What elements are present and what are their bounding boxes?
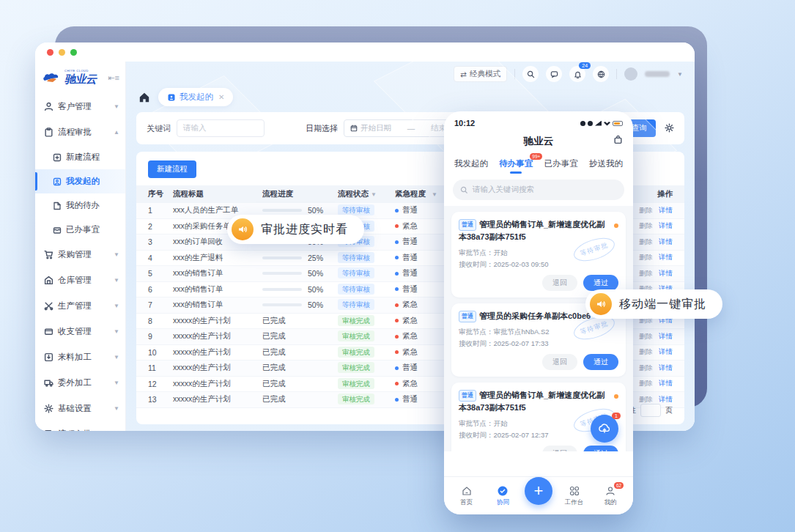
search-icon[interactable] <box>522 66 539 82</box>
sidebar-item-purchase-mgmt[interactable]: 采购管理 ▼ <box>35 242 125 267</box>
nav-workbench[interactable]: 工作台 <box>560 485 589 507</box>
delete-link[interactable]: 删除 <box>639 221 653 231</box>
detail-link[interactable]: 详情 <box>659 332 673 341</box>
sidebar-item-initiated-by-me[interactable]: 我发起的 <box>35 169 125 193</box>
sidebar-item-new-process[interactable]: 新建流程 <box>35 145 125 169</box>
home-icon[interactable] <box>138 91 151 104</box>
chevron-down-icon: ▼ <box>371 191 377 198</box>
detail-link[interactable]: 详情 <box>659 253 673 262</box>
detail-link[interactable]: 详情 <box>659 206 673 215</box>
globe-icon[interactable] <box>593 66 609 82</box>
sidebar-item-incoming-processing[interactable]: 来料加工 ▼ <box>35 344 125 370</box>
sidebar-item-outsource-processing[interactable]: 委外加工 ▼ <box>35 370 125 396</box>
delete-link[interactable]: 删除 <box>639 347 653 357</box>
user-avatar[interactable] <box>624 67 637 81</box>
detail-link[interactable]: 详情 <box>659 363 673 373</box>
nav-home[interactable]: 首页 <box>452 485 481 507</box>
sidebar-item-process-approval-2[interactable]: 流程审批 ▼ <box>35 421 125 431</box>
nav-profile[interactable]: 我的 62 <box>596 485 625 507</box>
urgency-dot <box>395 272 399 276</box>
detail-link[interactable]: 详情 <box>659 237 673 247</box>
filter-settings-gear-icon[interactable] <box>665 123 674 134</box>
approve-button[interactable]: 通过 <box>583 354 618 370</box>
sidebar-item-my-todo[interactable]: 我的待办 <box>35 193 125 218</box>
phone-tab-cc[interactable]: 抄送我的 <box>589 158 623 174</box>
nav-label: 首页 <box>460 498 473 507</box>
sidebar-item-production-mgmt[interactable]: 生产管理 ▼ <box>35 293 125 319</box>
bell-icon[interactable]: 24 <box>569 66 585 82</box>
quick-approve-fab[interactable]: 1 <box>591 415 618 443</box>
urgency-dot <box>395 335 399 339</box>
phone-search-input[interactable]: 请输入关键词搜索 <box>453 180 624 200</box>
approve-button[interactable]: 通过 <box>583 275 618 291</box>
reject-button[interactable]: 退回 <box>542 275 577 291</box>
sidebar-item-process-approval[interactable]: 流程审批 ▲ <box>35 119 125 145</box>
detail-link[interactable]: 详情 <box>659 221 673 231</box>
sidebar-collapse-icon[interactable]: ⇤≡ <box>108 73 119 83</box>
chevron-down-icon: ▼ <box>114 277 119 284</box>
message-icon[interactable] <box>546 66 562 82</box>
new-process-button[interactable]: 新建流程 <box>148 160 196 178</box>
delete-link[interactable]: 删除 <box>639 395 653 404</box>
chevron-down-icon: ▼ <box>114 251 119 258</box>
detail-link[interactable]: 详情 <box>659 347 673 357</box>
detail-link[interactable]: 详情 <box>659 269 673 278</box>
urgency-dot <box>395 319 399 322</box>
detail-link[interactable]: 详情 <box>659 395 673 404</box>
doc-plus-icon <box>53 153 62 162</box>
progress-text: 已完成 <box>262 347 286 358</box>
sidebar-item-customer-mgmt[interactable]: 客户管理 ▼ <box>35 94 125 119</box>
delete-link[interactable]: 删除 <box>639 206 653 215</box>
approve-button[interactable]: 通过 <box>583 446 618 451</box>
sidebar-item-label: 我的待办 <box>66 200 100 211</box>
reject-button[interactable]: 退回 <box>542 446 577 451</box>
delete-link[interactable]: 删除 <box>639 253 653 262</box>
progress-text: 50% <box>308 285 323 294</box>
sidebar-item-basic-settings[interactable]: 基础设置 ▼ <box>35 396 125 421</box>
delete-link[interactable]: 删除 <box>639 269 653 278</box>
chevron-down-icon: ▼ <box>114 328 119 335</box>
row-title: xxx的销售订单 <box>173 300 262 310</box>
delete-link[interactable]: 删除 <box>639 237 653 247</box>
nav-collab[interactable]: 协同 <box>488 485 517 507</box>
brand-logo: CHIYE CLOUD 驰业云 ⇤≡ <box>35 64 125 94</box>
date-start-placeholder: 开始日期 <box>360 123 391 133</box>
archive-icon[interactable] <box>613 135 623 147</box>
phone-tab-done[interactable]: 已办事宜 <box>544 158 578 174</box>
approval-card[interactable]: 等待审批 普通管理员的销售订单_新增速度优化副本38a73副本751f5 审批节… <box>451 212 626 298</box>
reject-button[interactable]: 退回 <box>542 354 577 370</box>
priority-badge: 普通 <box>459 311 476 322</box>
clipboard-icon <box>44 128 53 137</box>
urgency-text: 紧急 <box>402 300 418 310</box>
chevron-down-icon: ▼ <box>114 380 119 386</box>
sidebar-item-done-items[interactable]: 已办事宜 <box>35 218 125 242</box>
cart-icon <box>44 250 53 259</box>
sidebar-item-label: 我发起的 <box>66 176 100 187</box>
sidebar-item-label: 流程审批 <box>58 127 92 138</box>
card-title: 管理员的采购任务单副本c0be6 <box>479 311 591 320</box>
delete-link[interactable]: 删除 <box>639 379 653 388</box>
sidebar-item-finance-mgmt[interactable]: 收支管理 ▼ <box>35 319 125 344</box>
row-title: xxx的生产退料 <box>173 253 262 263</box>
close-window-button[interactable] <box>47 49 53 56</box>
maximize-window-button[interactable] <box>70 49 77 56</box>
delete-link[interactable]: 删除 <box>639 363 653 373</box>
nav-label: 我的 <box>604 498 617 507</box>
row-title: xxx的销售订单 <box>173 268 262 278</box>
delete-link[interactable]: 删除 <box>639 332 653 341</box>
minimize-window-button[interactable] <box>59 49 65 56</box>
column-status[interactable]: 流程状态▼ <box>338 189 395 199</box>
goto-page-input[interactable] <box>640 404 661 417</box>
nav-add-button[interactable]: + <box>525 477 552 505</box>
phone-tab-todo[interactable]: 待办事宜 99+ <box>499 158 533 174</box>
status-badge: 审核完成 <box>338 315 374 326</box>
sidebar-item-warehouse-mgmt[interactable]: 仓库管理 ▼ <box>35 267 125 293</box>
phone-tab-initiated[interactable]: 我发起的 <box>454 158 488 174</box>
chevron-down-icon[interactable]: ▼ <box>677 71 683 78</box>
detail-link[interactable]: 详情 <box>659 379 673 388</box>
cloud-upload-icon <box>598 422 611 435</box>
battery-icon <box>613 121 623 126</box>
sidebar-item-label: 生产管理 <box>58 300 92 311</box>
progress-bar <box>262 303 302 306</box>
urgency-dot <box>395 382 399 385</box>
